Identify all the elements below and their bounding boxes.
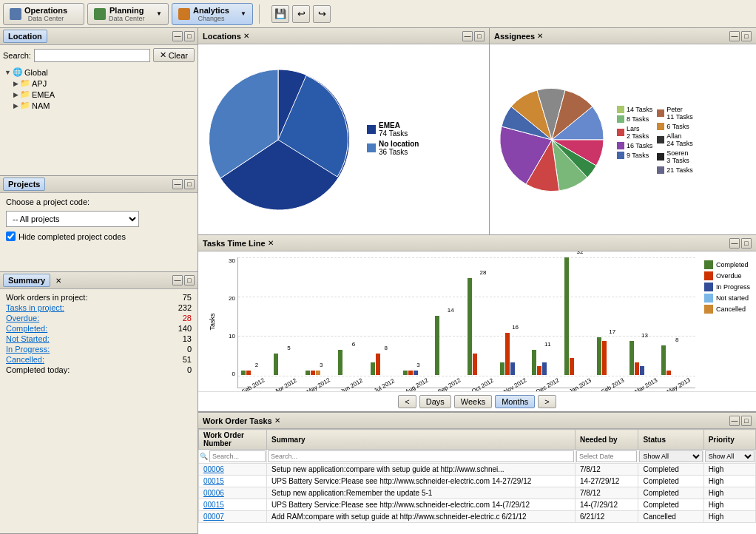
project-body: Choose a project code: -- All projects H… xyxy=(0,193,198,246)
tree-arrow-nam: ▶ xyxy=(13,102,18,109)
tasks-link[interactable]: Tasks in project: xyxy=(6,303,64,312)
tasks-value: 232 xyxy=(178,303,192,312)
project-select[interactable]: -- All projects xyxy=(6,211,139,227)
bar-overdue-7 xyxy=(473,354,477,374)
th-wo-number: Work Order Number xyxy=(199,430,267,450)
summary-body: Work orders in project: 75 Tasks in proj… xyxy=(0,289,198,378)
search-input-date[interactable] xyxy=(576,450,637,462)
search-input-summary[interactable] xyxy=(268,450,574,462)
locations-maximize-btn[interactable]: □ xyxy=(474,31,485,41)
tree-item-global[interactable]: ▼ 🌐 Global xyxy=(3,67,195,78)
cell-needed-1: 14-27/29/12 xyxy=(576,476,638,487)
location-minimize-btn[interactable]: — xyxy=(172,31,183,41)
assignees-maximize-btn[interactable]: □ xyxy=(741,31,752,41)
bar-completed-6 xyxy=(435,316,439,374)
completed-link[interactable]: Completed: xyxy=(6,324,47,333)
tree-item-nam[interactable]: ▶ 📁 NAM xyxy=(3,100,195,111)
timeline-minimize-btn[interactable]: — xyxy=(729,238,740,249)
left-panel: Location — □ Search: ✕ Clear ▼ 🌐 Global xyxy=(0,28,198,534)
hide-completed-checkbox[interactable] xyxy=(6,231,16,241)
tree-item-emea[interactable]: ▶ 📁 EMEA xyxy=(3,89,195,100)
tree-label-emea: EMEA xyxy=(32,90,55,99)
cell-wo-4: 00007 xyxy=(199,511,267,523)
completedtoday-value: 0 xyxy=(187,365,192,374)
summary-row-workorders: Work orders in project: 75 xyxy=(6,292,192,303)
location-maximize-btn[interactable]: □ xyxy=(184,31,195,41)
wo-link-3[interactable]: 00015 xyxy=(203,501,224,509)
status-select[interactable]: Show All xyxy=(639,450,702,462)
bar-completed-12 xyxy=(630,341,634,374)
search-input[interactable] xyxy=(34,49,150,62)
wo-link-1[interactable]: 00015 xyxy=(203,477,224,485)
wo-link-0[interactable]: 00006 xyxy=(203,465,224,473)
locations-legend: EMEA74 Tasks No location36 Tasks xyxy=(367,121,419,158)
nav-weeks-btn[interactable]: Weeks xyxy=(454,395,492,408)
wo-panel-controls: — □ xyxy=(729,416,752,426)
bar-completed-11 xyxy=(597,337,601,375)
operations-button[interactable]: Operations Data Center xyxy=(3,3,84,25)
legend-label-emea: EMEA74 Tasks xyxy=(379,121,408,138)
priority-select[interactable]: Show All xyxy=(705,450,755,462)
hide-completed-container: Hide completed project codes xyxy=(6,231,192,241)
cell-summary-2: Setup new application:Remember the updat… xyxy=(267,487,576,499)
assignees-close-btn[interactable]: ✕ xyxy=(535,32,545,40)
folder-icon-nam: 📁 xyxy=(20,101,30,110)
bar-overdue-2 xyxy=(311,371,315,375)
wo-link-2[interactable]: 00006 xyxy=(203,489,224,497)
cell-status-3: Completed xyxy=(638,499,703,511)
planning-button[interactable]: Planning Data Center ▼ xyxy=(87,3,169,25)
nav-days-btn[interactable]: Days xyxy=(419,395,451,408)
bar-group-10: 32 xyxy=(564,257,595,376)
operations-icon xyxy=(10,8,21,20)
tree-arrow-apj: ▶ xyxy=(13,80,18,87)
nav-prev-btn[interactable]: < xyxy=(398,395,416,408)
projects-minimize-btn[interactable]: — xyxy=(172,179,183,189)
wo-table[interactable]: Work Order Number Summary Needed by Stat… xyxy=(198,429,756,534)
table-row: 00006 Setup new application:compare with… xyxy=(199,464,756,476)
summary-row-overdue: Overdue: 28 xyxy=(6,313,192,323)
bar-overdue-13 xyxy=(666,371,671,375)
analytics-button[interactable]: Analytics Changes ▼ xyxy=(172,3,253,25)
inprogress-link[interactable]: In Progress: xyxy=(6,345,50,354)
timeline-panel: Tasks Time Line ✕ — □ Tasks xyxy=(198,235,756,412)
workorders-label: Work orders in project: xyxy=(6,293,87,302)
save-button[interactable]: 💾 xyxy=(271,5,289,23)
bar-group-11: 17 xyxy=(597,337,628,376)
wo-minimize-btn[interactable]: — xyxy=(729,416,740,426)
cell-wo-2: 00006 xyxy=(199,487,267,499)
projects-section: Projects — □ Choose a project code: -- A… xyxy=(0,176,198,272)
bar-top-label-6: 14 xyxy=(448,307,454,314)
timeline-close-btn[interactable]: ✕ xyxy=(266,239,276,247)
wo-link-4[interactable]: 00007 xyxy=(203,513,224,521)
timeline-nav: < Days Weeks Months > xyxy=(198,391,756,411)
location-controls: — □ xyxy=(172,31,195,41)
nav-next-btn[interactable]: > xyxy=(538,395,556,408)
tree-item-apj[interactable]: ▶ 📁 APJ xyxy=(3,78,195,89)
locations-close-btn[interactable]: ✕ xyxy=(241,32,252,40)
summary-minimize-btn[interactable]: — xyxy=(172,275,183,285)
cell-priority-3: High xyxy=(703,499,755,511)
choose-project-label: Choose a project code: xyxy=(6,197,192,206)
summary-maximize-btn[interactable]: □ xyxy=(184,275,195,285)
undo-button[interactable]: ↩ xyxy=(292,5,310,23)
search-cell-summary xyxy=(267,450,576,464)
cell-needed-2: 7/8/12 xyxy=(576,487,638,499)
wo-maximize-btn[interactable]: □ xyxy=(741,416,752,426)
projects-maximize-btn[interactable]: □ xyxy=(184,179,195,189)
wo-close-btn[interactable]: ✕ xyxy=(272,416,283,425)
planning-icon xyxy=(94,8,106,20)
summary-close-btn[interactable]: ✕ xyxy=(53,277,64,285)
redo-button[interactable]: ↪ xyxy=(313,5,331,23)
timeline-maximize-btn[interactable]: □ xyxy=(741,238,752,249)
notstarted-link[interactable]: Not Started: xyxy=(6,334,50,343)
assignees-minimize-btn[interactable]: — xyxy=(729,31,740,41)
locations-minimize-btn[interactable]: — xyxy=(462,31,473,41)
locations-panel: Locations ✕ — □ xyxy=(198,28,490,234)
overdue-link[interactable]: Overdue: xyxy=(6,314,39,322)
operations-label: Operations xyxy=(24,6,67,15)
bar-completed-8 xyxy=(500,362,504,375)
clear-button[interactable]: ✕ Clear xyxy=(153,48,195,62)
search-input-wo[interactable] xyxy=(209,450,266,462)
nav-months-btn[interactable]: Months xyxy=(495,395,535,408)
cancelled-link[interactable]: Cancelled: xyxy=(6,355,44,364)
